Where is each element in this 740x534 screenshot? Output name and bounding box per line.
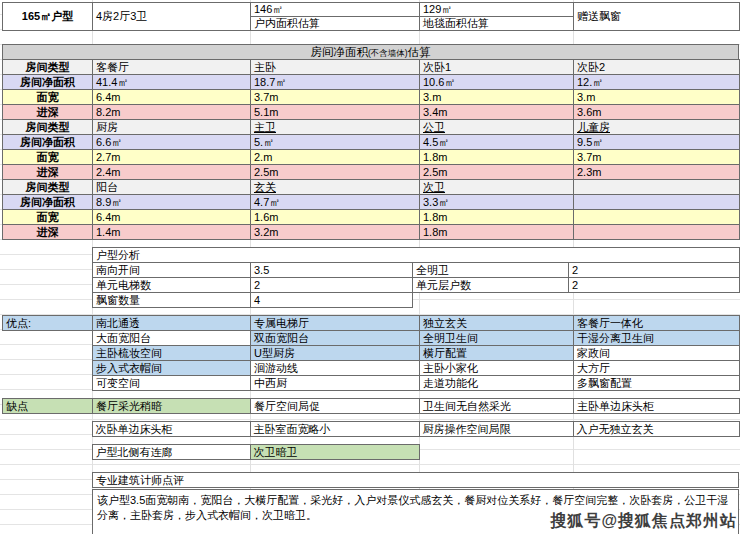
con-item: 卫生间无自然采光 — [420, 399, 574, 414]
room-type-cell: 主卫 — [251, 120, 420, 135]
room-type-cell: 主卧 — [251, 60, 420, 75]
pro-item: 大面宽阳台 — [93, 331, 251, 346]
pro-item: 客餐厅一体化 — [574, 316, 740, 331]
review-title: 专业建筑计师点评 — [92, 472, 739, 488]
empty-cell — [3, 331, 93, 346]
room-row-label: 房间净面积 — [3, 195, 93, 210]
room-area-cell: 4.7㎡ — [251, 195, 420, 210]
pro-item: 主卧小家化 — [420, 361, 574, 376]
room-area-cell: 10.6㎡ — [420, 75, 574, 90]
con-item: 餐厅采光稍暗 — [93, 399, 251, 414]
analysis-value: 4 — [251, 293, 413, 308]
room-width-cell: 1.8m — [420, 150, 574, 165]
con-item: 餐厅空间局促 — [251, 399, 420, 414]
analysis-value: 2 — [569, 278, 740, 293]
pro-item: 中西厨 — [251, 376, 420, 391]
room-row-label: 面宽 — [3, 150, 93, 165]
analysis-label: 全明卫 — [413, 263, 569, 278]
room-type-cell: 次卫 — [420, 180, 574, 195]
room-area-cell: 5.㎡ — [251, 135, 420, 150]
pro-item: 独立玄关 — [420, 316, 574, 331]
pro-item: 大方厅 — [574, 361, 740, 376]
pro-item: 洄游动线 — [251, 361, 420, 376]
con-item: 主卧室面宽略小 — [250, 422, 419, 437]
empty-cell — [569, 293, 740, 308]
cons-label: 缺点 — [3, 399, 93, 414]
empty-cell — [3, 361, 93, 376]
pro-item: 专属电梯厅 — [251, 316, 420, 331]
analysis-table: 户型分析 南向开间3.5全明卫2单元电梯数2单元层户数2飘窗数量4 — [92, 247, 740, 308]
room-depth-cell: 3.6m — [574, 105, 740, 120]
empty-cell — [419, 445, 573, 460]
room-depth-cell: 2.4m — [93, 165, 251, 180]
watermark: 搜狐号@搜狐焦点郑州站 — [550, 511, 737, 532]
pro-item: 走道功能化 — [420, 376, 574, 391]
pro-item: 横厅配置 — [420, 346, 574, 361]
room-area-cell: 6.6㎡ — [93, 135, 251, 150]
con-item: 次卫暗卫 — [250, 445, 419, 460]
room-depth-cell: 2.5m — [420, 165, 574, 180]
analysis-label: 单元层户数 — [413, 278, 569, 293]
carpet-area-label: 地毯面积估算 — [420, 17, 574, 31]
empty-cell — [3, 376, 93, 391]
bonus-cell: 赠送飘窗 — [574, 3, 740, 31]
room-area-cell: 4.5㎡ — [420, 135, 574, 150]
pro-item: 可变空间 — [93, 376, 251, 391]
room-width-cell: 6.4m — [93, 90, 251, 105]
carpet-area-value: 129㎡ — [420, 3, 574, 17]
pro-item: 家政间 — [574, 346, 740, 361]
room-row-label: 进深 — [3, 225, 93, 240]
room-width-cell: 2.m — [251, 150, 420, 165]
pros-table: 优点:南北通透专属电梯厅独立玄关客餐厅一体化大面宽阳台双面宽阳台全明卫生间干湿分… — [2, 315, 740, 391]
inner-area-label: 户内面积估算 — [251, 17, 420, 31]
room-row-label: 房间类型 — [3, 120, 93, 135]
net-area-title-suffix: 估算 — [408, 46, 431, 58]
room-row-label: 进深 — [3, 165, 93, 180]
cons-table-row3: 户型北侧有连廊次卫暗卫 — [2, 444, 739, 460]
room-width-cell: 3.m — [420, 90, 574, 105]
pro-item: 步入式衣帽间 — [93, 361, 251, 376]
analysis-value: 2 — [569, 263, 740, 278]
pro-item: 全明卫生间 — [420, 331, 574, 346]
room-type-cell: 次卧2 — [574, 60, 740, 75]
analysis-value: 3.5 — [251, 263, 413, 278]
room-type-cell: 次卧1 — [420, 60, 574, 75]
room-depth-cell: 8.2m — [93, 105, 251, 120]
pro-item: 南北通透 — [93, 316, 251, 331]
empty-cell — [2, 445, 92, 460]
room-area-cell: 12.㎡ — [574, 75, 740, 90]
room-type-cell: 儿童房 — [574, 120, 740, 135]
room-area-cell: 9.5㎡ — [574, 135, 740, 150]
room-depth-cell — [574, 225, 740, 240]
room-width-cell: 3.7m — [251, 90, 420, 105]
pro-item: 主卧梳妆空间 — [93, 346, 251, 361]
empty-cell — [3, 346, 93, 361]
room-type-cell: 公卫 — [420, 120, 574, 135]
room-area-cell: 18.7㎡ — [251, 75, 420, 90]
analysis-value: 2 — [251, 278, 413, 293]
analysis-title: 户型分析 — [93, 248, 740, 263]
room-row-label: 进深 — [3, 105, 93, 120]
net-area-title-text: 房间净面积 — [310, 46, 368, 58]
net-area-section-title: 房间净面积(不含墙体)估算 — [2, 44, 739, 60]
con-item: 次卧单边床头柜 — [92, 422, 250, 437]
room-type-cell: 客餐厅 — [93, 60, 251, 75]
room-row-label: 房间净面积 — [3, 135, 93, 150]
room-width-cell: 1.8m — [420, 210, 574, 225]
room-type-cell: 厨房 — [93, 120, 251, 135]
room-type-cell: 阳台 — [93, 180, 251, 195]
analysis-label: 单元电梯数 — [93, 278, 251, 293]
room-depth-cell: 1.8m — [420, 225, 574, 240]
cons-table-row2: 次卧单边床头柜主卧室面宽略小厨房操作空间局限入户无独立玄关 — [2, 421, 740, 437]
room-depth-cell: 2.3m — [574, 165, 740, 180]
room-width-cell — [574, 210, 740, 225]
room-type-cell: 玄关 — [251, 180, 420, 195]
room-area-cell — [574, 195, 740, 210]
room-row-label: 房间净面积 — [3, 75, 93, 90]
con-item: 厨房操作空间局限 — [419, 422, 573, 437]
inner-area-value: 146㎡ — [251, 3, 420, 17]
analysis-label: 南向开间 — [93, 263, 251, 278]
pro-item: 双面宽阳台 — [251, 331, 420, 346]
room-width-cell: 2.7m — [93, 150, 251, 165]
room-area-cell: 8.9㎡ — [93, 195, 251, 210]
